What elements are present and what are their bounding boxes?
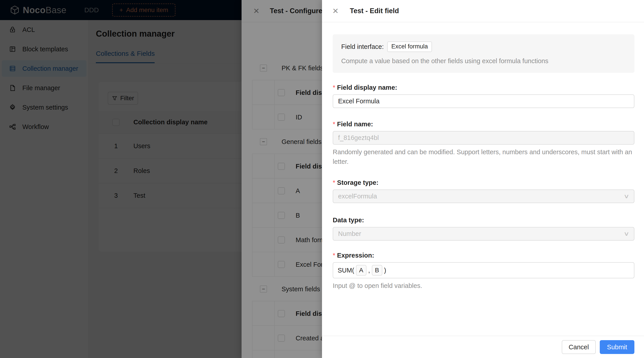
required-mark: * bbox=[333, 179, 335, 186]
data-type-select: Number ∨ bbox=[333, 227, 634, 241]
expression-variable-tag-a[interactable]: A bbox=[356, 265, 366, 276]
field-name-label: Field name: bbox=[337, 121, 373, 128]
form-item-data-type: Data type: Number ∨ bbox=[333, 216, 634, 241]
drawer2-footer: Cancel Submit bbox=[322, 336, 644, 358]
expression-editor[interactable]: SUM( A , B ) bbox=[333, 262, 634, 278]
field-name-help-text: Randomly generated and can be modified. … bbox=[333, 147, 634, 167]
storage-type-label: Storage type: bbox=[337, 179, 378, 186]
data-type-label: Data type: bbox=[333, 216, 364, 224]
drawer2-header: ✕ Test - Edit field bbox=[322, 0, 644, 22]
field-interface-panel: Field interface: Excel formula Compute a… bbox=[333, 34, 634, 73]
chevron-down-icon: ∨ bbox=[624, 193, 630, 200]
submit-button[interactable]: Submit bbox=[600, 340, 634, 354]
edit-field-drawer: ✕ Test - Edit field Field interface: Exc… bbox=[322, 0, 644, 358]
data-type-value: Number bbox=[338, 230, 361, 237]
form-item-storage-type: * Storage type: excelFormula ∨ bbox=[333, 179, 634, 203]
form-item-field-name: * Field name: f_816geztq4bl Randomly gen… bbox=[333, 121, 634, 167]
field-display-name-input[interactable] bbox=[333, 94, 634, 108]
field-name-input: f_816geztq4bl bbox=[333, 131, 634, 145]
edit-field-form: Field interface: Excel formula Compute a… bbox=[322, 23, 644, 336]
expression-prefix: SUM( bbox=[338, 267, 354, 274]
expression-label: Expression: bbox=[337, 252, 374, 259]
required-mark: * bbox=[333, 84, 335, 91]
form-item-field-display-name: * Field display name: bbox=[333, 84, 634, 108]
expression-help-text: Input @ to open field variables. bbox=[333, 281, 634, 291]
storage-type-value: excelFormula bbox=[338, 193, 377, 200]
cancel-button[interactable]: Cancel bbox=[562, 340, 596, 354]
required-mark: * bbox=[333, 121, 335, 128]
expression-variable-tag-b[interactable]: B bbox=[372, 265, 382, 276]
required-mark: * bbox=[333, 252, 335, 259]
expression-comma: , bbox=[368, 267, 370, 274]
storage-type-select: excelFormula ∨ bbox=[333, 189, 634, 203]
field-interface-tag: Excel formula bbox=[387, 41, 432, 52]
form-item-expression: * Expression: SUM( A , B ) Input @ to op… bbox=[333, 252, 634, 291]
close-icon[interactable]: ✕ bbox=[332, 7, 339, 15]
drawer2-title: Test - Edit field bbox=[350, 7, 399, 15]
expression-suffix: ) bbox=[384, 267, 386, 274]
field-interface-description: Compute a value based on the other field… bbox=[341, 57, 626, 65]
field-interface-label: Field interface: bbox=[341, 43, 384, 50]
field-display-name-label: Field display name: bbox=[337, 84, 397, 91]
chevron-down-icon: ∨ bbox=[624, 230, 630, 237]
